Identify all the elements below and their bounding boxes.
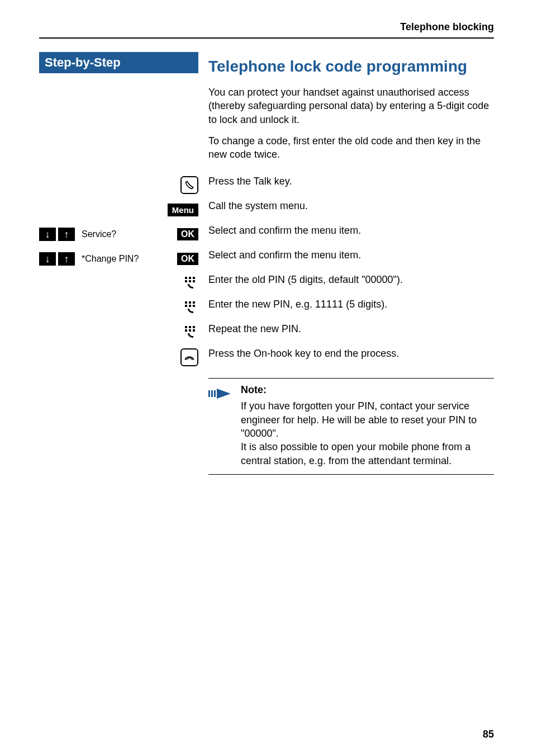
menu-item-service: Service?	[77, 229, 177, 239]
up-arrow-icon: ↑	[58, 252, 75, 266]
down-arrow-icon: ↓	[39, 252, 56, 266]
ok-button: OK	[177, 253, 198, 265]
page-number: 85	[483, 729, 494, 740]
note-text: If you have forgotten your PIN, contact …	[241, 399, 494, 467]
svg-rect-13	[189, 326, 191, 328]
step-text: Enter the new PIN, e.g. 11111 (5 digits)…	[208, 292, 494, 316]
svg-rect-11	[193, 305, 195, 307]
svg-rect-0	[185, 277, 187, 279]
talk-key-icon	[180, 176, 198, 194]
step-text: Select and confirm the menu item.	[208, 243, 494, 267]
svg-rect-14	[193, 326, 195, 328]
note-title: Note:	[241, 384, 494, 396]
svg-rect-19	[211, 390, 213, 397]
svg-rect-18	[208, 390, 210, 397]
up-arrow-icon: ↑	[58, 228, 75, 241]
menu-button: Menu	[168, 204, 198, 216]
svg-rect-5	[193, 280, 195, 282]
running-header: Telephone blocking	[39, 21, 494, 39]
step-text: Call the system menu.	[208, 193, 494, 218]
step-text: Enter the old PIN (5 digits, default "00…	[208, 267, 494, 292]
svg-rect-1	[189, 277, 191, 279]
keypad-icon	[183, 300, 198, 316]
step-text: Repeat the new PIN.	[208, 316, 494, 341]
ok-button: OK	[177, 228, 198, 240]
svg-rect-16	[189, 329, 191, 332]
on-hook-key-icon	[180, 348, 198, 366]
svg-rect-2	[193, 277, 195, 279]
step-text: Select and confirm the menu item.	[208, 218, 494, 243]
svg-rect-15	[185, 329, 187, 332]
svg-rect-3	[185, 280, 187, 282]
svg-rect-7	[189, 301, 191, 304]
section-title: Telephone lock code programming	[208, 58, 494, 75]
note-block: Note: If you have forgotten your PIN, co…	[208, 378, 494, 474]
note-arrow-icon	[208, 391, 232, 402]
step-text: Press the Talk key.	[208, 169, 494, 193]
svg-rect-9	[185, 305, 187, 307]
keypad-icon	[183, 276, 198, 291]
svg-rect-17	[193, 329, 195, 332]
svg-rect-6	[185, 301, 187, 304]
svg-rect-20	[214, 390, 216, 397]
intro-paragraph-1: You can protect your handset against una…	[208, 86, 494, 126]
intro-paragraph-2: To change a code, first enter the old co…	[208, 134, 494, 162]
menu-item-change-pin: *Change PIN?	[77, 254, 177, 264]
svg-rect-10	[189, 305, 191, 307]
svg-rect-4	[189, 280, 191, 282]
svg-rect-12	[185, 326, 187, 328]
keypad-icon	[183, 325, 198, 341]
step-by-step-heading: Step-by-Step	[39, 52, 198, 73]
down-arrow-icon: ↓	[39, 228, 56, 241]
step-text: Press the On-hook key to end the process…	[208, 341, 494, 366]
svg-rect-8	[193, 301, 195, 304]
